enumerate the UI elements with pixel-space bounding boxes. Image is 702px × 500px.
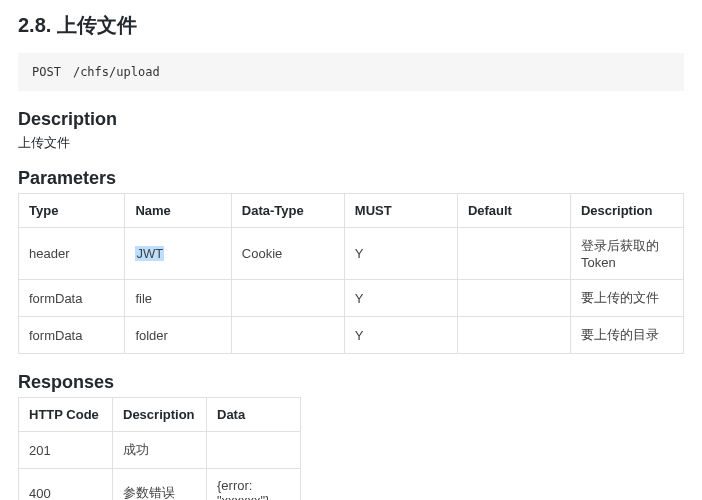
- col-type: Type: [19, 194, 125, 228]
- col-name: Name: [125, 194, 231, 228]
- cell-description: 要上传的目录: [570, 317, 683, 354]
- cell-name: JWT: [125, 228, 231, 280]
- col-default: Default: [457, 194, 570, 228]
- description-heading: Description: [18, 109, 684, 130]
- cell-datatype: [231, 280, 344, 317]
- parameters-heading: Parameters: [18, 168, 684, 189]
- col-data: Data: [207, 398, 301, 432]
- description-text: 上传文件: [18, 134, 684, 152]
- col-description: Description: [570, 194, 683, 228]
- cell-data: {error: "xxxxxx"}: [207, 469, 301, 501]
- cell-default: [457, 228, 570, 280]
- table-row: formDatafolderY要上传的目录: [19, 317, 684, 354]
- cell-default: [457, 317, 570, 354]
- cell-must: Y: [344, 317, 457, 354]
- table-row: 201成功: [19, 432, 301, 469]
- cell-datatype: Cookie: [231, 228, 344, 280]
- cell-datatype: [231, 317, 344, 354]
- col-description: Description: [113, 398, 207, 432]
- http-method: POST: [32, 65, 61, 79]
- endpoint-path: /chfs/upload: [73, 65, 160, 79]
- cell-description: 要上传的文件: [570, 280, 683, 317]
- cell-description: 成功: [113, 432, 207, 469]
- col-must: MUST: [344, 194, 457, 228]
- cell-data: [207, 432, 301, 469]
- responses-table: HTTP Code Description Data 201成功400参数错误{…: [18, 397, 301, 500]
- cell-description: 登录后获取的Token: [570, 228, 683, 280]
- cell-type: header: [19, 228, 125, 280]
- table-header-row: Type Name Data-Type MUST Default Descrip…: [19, 194, 684, 228]
- cell-code: 400: [19, 469, 113, 501]
- cell-name: file: [125, 280, 231, 317]
- col-code: HTTP Code: [19, 398, 113, 432]
- table-row: formDatafileY要上传的文件: [19, 280, 684, 317]
- cell-default: [457, 280, 570, 317]
- table-header-row: HTTP Code Description Data: [19, 398, 301, 432]
- endpoint-codeblock: POST/chfs/upload: [18, 53, 684, 91]
- responses-heading: Responses: [18, 372, 684, 393]
- table-row: 400参数错误{error: "xxxxxx"}: [19, 469, 301, 501]
- cell-type: formData: [19, 280, 125, 317]
- cell-code: 201: [19, 432, 113, 469]
- cell-name: folder: [125, 317, 231, 354]
- cell-description: 参数错误: [113, 469, 207, 501]
- section-title: 2.8. 上传文件: [18, 12, 684, 39]
- cell-type: formData: [19, 317, 125, 354]
- highlighted-text: JWT: [135, 246, 164, 261]
- col-datatype: Data-Type: [231, 194, 344, 228]
- table-row: headerJWTCookieY登录后获取的Token: [19, 228, 684, 280]
- cell-must: Y: [344, 228, 457, 280]
- cell-must: Y: [344, 280, 457, 317]
- parameters-table: Type Name Data-Type MUST Default Descrip…: [18, 193, 684, 354]
